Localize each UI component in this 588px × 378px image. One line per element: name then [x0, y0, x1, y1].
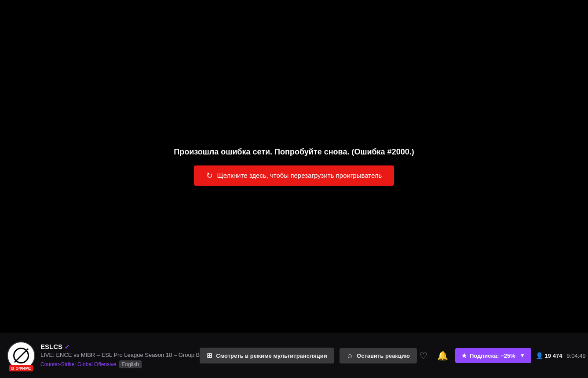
- channel-name[interactable]: ESLCS: [40, 343, 62, 350]
- game-category-link[interactable]: Counter-Strike: Global Offensive: [40, 361, 117, 367]
- language-tag: English: [119, 360, 142, 368]
- favorite-button[interactable]: ♡: [417, 348, 430, 363]
- avatar-container: В ЭФИРЕ: [7, 341, 35, 370]
- reaction-icon: ☺: [347, 352, 353, 360]
- logo-symbol: [13, 348, 29, 363]
- channel-name-row: ESLCS ✔: [40, 343, 200, 350]
- subscribe-button[interactable]: ★ Подписка: −25% ▼: [455, 348, 531, 363]
- reaction-label: Оставить реакцию: [357, 352, 410, 359]
- reload-icon: ↻: [206, 171, 213, 180]
- reload-button-label: Щелкните здесь, чтобы перезагрузить прои…: [217, 172, 382, 179]
- multicast-icon: ⊞: [207, 352, 212, 360]
- channel-text: ESLCS ✔ LIVE: ENCE vs MIBR – ESL Pro Lea…: [40, 343, 200, 368]
- multicast-label: Смотреть в режиме мультитрансляции: [216, 352, 327, 359]
- error-message: Произошла ошибка сети. Попробуйте снова.…: [174, 147, 414, 157]
- person-icon: 👤: [536, 352, 543, 359]
- subscribe-star-icon: ★: [461, 352, 467, 359]
- verified-icon: ✔: [65, 343, 70, 350]
- stream-tags: Counter-Strike: Global Offensive English: [40, 360, 200, 368]
- center-actions: ⊞ Смотреть в режиме мультитрансляции ☺ О…: [200, 348, 417, 363]
- reaction-button[interactable]: ☺ Оставить реакцию: [340, 348, 417, 363]
- viewer-count-row: 👤 19 474: [536, 352, 562, 359]
- viewer-stats: 👤 19 474 9:04:49: [536, 352, 586, 359]
- notifications-button[interactable]: 🔔: [435, 348, 451, 363]
- subscribe-chevron-icon: ▼: [520, 352, 525, 359]
- right-actions: ♡ 🔔 ★ Подписка: −25% ▼ 👤 19 474 9:04:49 …: [417, 348, 588, 363]
- channel-info: В ЭФИРЕ ESLCS ✔ LIVE: ENCE vs MIBR – ESL…: [7, 341, 200, 370]
- stream-title: LIVE: ENCE vs MIBR – ESL Pro League Seas…: [40, 352, 200, 358]
- reload-player-button[interactable]: ↻ Щелкните здесь, чтобы перезагрузить пр…: [194, 165, 394, 186]
- multicast-button[interactable]: ⊞ Смотреть в режиме мультитрансляции: [200, 348, 334, 363]
- video-player: Произошла ошибка сети. Попробуйте снова.…: [0, 0, 588, 333]
- viewer-count: 19 474: [545, 352, 562, 359]
- stream-time: 9:04:49: [566, 352, 585, 359]
- stream-info-bar: В ЭФИРЕ ESLCS ✔ LIVE: ENCE vs MIBR – ESL…: [0, 333, 588, 378]
- subscribe-label: Подписка: −25%: [470, 352, 515, 359]
- channel-logo: [9, 343, 33, 368]
- live-badge: В ЭФИРЕ: [9, 365, 33, 371]
